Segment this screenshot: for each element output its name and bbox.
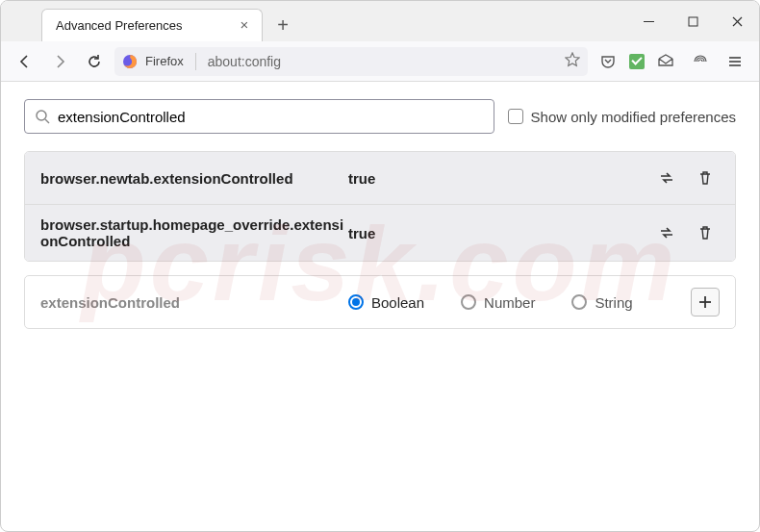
url-identity-label: Firefox xyxy=(143,54,190,68)
pref-name: browser.startup.homepage_override.extens… xyxy=(40,216,348,249)
pref-row[interactable]: browser.newtab.extensionControlled true xyxy=(25,152,735,205)
svg-line-9 xyxy=(45,119,49,123)
minimize-button[interactable] xyxy=(626,1,671,41)
tab-title: Advanced Preferences xyxy=(56,18,227,33)
add-button[interactable] xyxy=(691,288,720,317)
svg-point-8 xyxy=(37,111,46,120)
checkbox-icon xyxy=(508,109,523,124)
url-bar[interactable]: Firefox about:config xyxy=(114,47,588,76)
inbox-icon[interactable] xyxy=(651,47,680,76)
pocket-icon[interactable] xyxy=(594,47,622,76)
delete-button[interactable] xyxy=(691,218,720,247)
browser-tab[interactable]: Advanced Preferences × xyxy=(41,9,263,41)
extension-icon[interactable] xyxy=(628,53,646,70)
shield-icon[interactable] xyxy=(686,47,715,76)
pref-row[interactable]: browser.startup.homepage_override.extens… xyxy=(25,205,735,261)
toggle-button[interactable] xyxy=(652,164,681,192)
url-separator xyxy=(195,53,196,70)
maximize-button[interactable] xyxy=(671,1,715,41)
radio-string[interactable]: String xyxy=(571,294,632,311)
firefox-logo-icon xyxy=(122,54,138,69)
search-row: Show only modified preferences xyxy=(24,99,736,134)
type-radios: Boolean Number String xyxy=(348,294,691,311)
titlebar: Advanced Preferences × + xyxy=(1,1,759,41)
back-button[interactable] xyxy=(11,47,39,76)
reload-button[interactable] xyxy=(80,47,109,76)
search-icon xyxy=(35,109,50,124)
navigation-toolbar: Firefox about:config xyxy=(1,41,759,82)
toggle-button[interactable] xyxy=(652,218,681,247)
checkbox-label: Show only modified preferences xyxy=(531,109,736,125)
menu-button[interactable] xyxy=(721,47,749,76)
svg-rect-1 xyxy=(689,17,697,26)
pref-results: browser.newtab.extensionControlled true … xyxy=(24,151,736,262)
pref-name: browser.newtab.extensionControlled xyxy=(40,170,348,187)
window-controls xyxy=(626,1,759,41)
modified-only-checkbox[interactable]: Show only modified preferences xyxy=(508,109,736,125)
search-input[interactable] xyxy=(58,109,484,125)
bookmark-star-icon[interactable] xyxy=(565,52,580,70)
new-tab-button[interactable]: + xyxy=(268,11,297,39)
pref-value: true xyxy=(348,170,652,187)
new-pref-name: extensionControlled xyxy=(40,294,348,311)
radio-number[interactable]: Number xyxy=(461,294,535,311)
delete-button[interactable] xyxy=(691,164,720,192)
add-pref-row: extensionControlled Boolean Number Strin… xyxy=(24,275,736,329)
close-tab-icon[interactable]: × xyxy=(237,18,252,34)
tab-strip: Advanced Preferences × + xyxy=(1,1,626,41)
forward-button[interactable] xyxy=(45,47,74,76)
pref-value: true xyxy=(348,225,652,241)
search-box[interactable] xyxy=(24,99,494,134)
page-content: Show only modified preferences browser.n… xyxy=(1,82,759,346)
url-text: about:config xyxy=(202,54,559,69)
close-window-button[interactable] xyxy=(715,1,759,41)
radio-boolean[interactable]: Boolean xyxy=(348,294,424,311)
